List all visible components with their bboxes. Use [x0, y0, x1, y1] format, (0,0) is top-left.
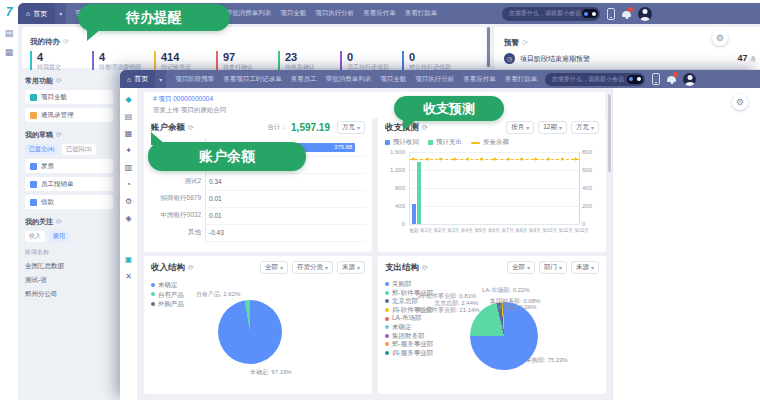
nav-item[interactable]: 项目执行分析: [315, 9, 354, 18]
nav-home-dropdown[interactable]: ▾: [155, 70, 166, 88]
alert-label: 项目阶段结束逾期预警: [520, 54, 590, 64]
nav-home-dropdown[interactable]: ▾: [55, 3, 66, 24]
calendar-icon[interactable]: ▣: [125, 255, 133, 264]
refresh-icon[interactable]: ⟳: [63, 38, 69, 45]
legend-item[interactable]: 四-服务事业部: [385, 349, 433, 358]
source-dropdown[interactable]: 来源▾: [571, 261, 599, 274]
legend-item[interactable]: 资金余额: [471, 138, 509, 147]
stat-item[interactable]: 0对公待归还借款: [402, 51, 464, 72]
sidebar-item-project-overview[interactable]: 项目全貌: [25, 90, 113, 104]
nav-item[interactable]: 查看应付单: [363, 9, 396, 18]
gear-icon[interactable]: ⚙: [125, 197, 132, 206]
alert-count: 47 条: [737, 53, 756, 64]
refresh-icon[interactable]: ⟳: [56, 77, 62, 84]
refresh-icon[interactable]: ⟳: [56, 218, 62, 225]
refresh-icon[interactable]: ⟳: [422, 264, 428, 271]
gear-icon[interactable]: ⚙: [732, 94, 748, 110]
star-icon[interactable]: ✦: [125, 146, 132, 155]
legend-item[interactable]: LA-市场部: [385, 314, 433, 323]
draft-item[interactable]: 员工报销单: [25, 177, 113, 191]
modules-icon[interactable]: ▤: [125, 112, 133, 121]
refresh-icon[interactable]: ⟳: [422, 124, 428, 131]
gear-icon[interactable]: ⚙: [712, 30, 728, 46]
scope-dropdown[interactable]: 全部▾: [507, 261, 535, 274]
search-input[interactable]: 您需要什么，请跟薪小会说: [502, 7, 600, 21]
nav-item[interactable]: 项目阶段预警: [175, 75, 214, 84]
report-icon[interactable]: ▥: [125, 163, 133, 172]
tab-submitted[interactable]: 已提交(4): [25, 144, 58, 155]
draft-item[interactable]: 发票: [25, 159, 113, 173]
range-dropdown[interactable]: 12期▾: [538, 121, 567, 134]
avatar[interactable]: [683, 73, 696, 86]
legend-item[interactable]: 预计收回: [385, 138, 419, 147]
balance-row: 其他-0.43: [151, 224, 365, 241]
tab-income[interactable]: 收入: [25, 231, 45, 242]
stat-item[interactable]: 4待整理消费明细: [92, 51, 154, 72]
department-dropdown[interactable]: 部门▾: [539, 261, 567, 274]
search-input[interactable]: 您需要什么，请跟薪小会说: [545, 73, 645, 86]
close-icon[interactable]: ✕: [125, 272, 132, 281]
scrollbar[interactable]: [487, 27, 490, 67]
legend-item[interactable]: 郑-服务事业部: [385, 340, 433, 349]
clock-icon[interactable]: ◔: [126, 180, 131, 189]
nav-item[interactable]: 查看应付单: [463, 75, 496, 84]
nav-home[interactable]: ⌂首页: [120, 70, 155, 88]
assistant-toggle-icon[interactable]: [627, 75, 643, 84]
card-icon[interactable]: ▦: [5, 47, 14, 57]
legend-item[interactable]: 采购部: [385, 280, 433, 289]
globe-icon[interactable]: ◈: [125, 214, 131, 223]
follow-row[interactable]: 全国汇总数据: [25, 262, 113, 271]
mobile-icon[interactable]: [652, 73, 660, 85]
stat-item[interactable]: 414待记账凭证: [154, 51, 216, 72]
avatar[interactable]: [638, 7, 652, 21]
folder-icon[interactable]: ▤: [5, 28, 14, 38]
legend-item[interactable]: 未确定: [385, 323, 433, 332]
stat-item[interactable]: 4待我提交: [30, 51, 92, 72]
tab-rejected[interactable]: 已驳回(3): [62, 144, 95, 155]
legend-item[interactable]: 未确定: [151, 280, 184, 290]
bell-icon[interactable]: [667, 74, 676, 84]
nav-item[interactable]: 审批消费单列表: [226, 9, 272, 18]
nav-item[interactable]: 项目全貌: [380, 75, 406, 84]
income-pie[interactable]: [218, 300, 282, 364]
legend-item[interactable]: 集团财务部: [385, 332, 433, 341]
nav-item[interactable]: 查看打款单: [505, 75, 538, 84]
stat-item[interactable]: 0员工待归还借款: [340, 51, 402, 72]
draft-item[interactable]: 借款: [25, 195, 113, 209]
nav-item[interactable]: 项目全貌: [280, 9, 306, 18]
nav-item[interactable]: 项目执行分析: [415, 75, 454, 84]
refresh-icon[interactable]: ⟳: [188, 124, 194, 131]
period-dropdown[interactable]: 按月▾: [506, 121, 534, 134]
scope-dropdown[interactable]: 全部▾: [260, 261, 288, 274]
legend-item[interactable]: 外购产品: [151, 299, 184, 309]
grid-icon[interactable]: ▦: [125, 129, 133, 138]
refresh-icon[interactable]: ⟳: [522, 39, 528, 46]
stat-item[interactable]: 23待收款确认: [278, 51, 340, 72]
legend-item[interactable]: 自有产品: [151, 290, 184, 300]
sidebar-item-contacts[interactable]: 通讯录管理: [25, 108, 113, 122]
refresh-icon[interactable]: ⟳: [56, 131, 62, 138]
project-link[interactable]: # 项目 00000000004: [153, 95, 596, 104]
unit-dropdown[interactable]: 万元▾: [571, 121, 599, 134]
assistant-toggle-icon[interactable]: [582, 9, 598, 18]
refresh-icon[interactable]: ⟳: [188, 264, 194, 271]
nav-item[interactable]: 查看打款单: [405, 9, 438, 18]
nav-home[interactable]: ⌂首页: [18, 3, 55, 24]
scrollbar[interactable]: [608, 94, 611, 172]
app-logo-icon[interactable]: 7: [6, 5, 13, 19]
alert-row[interactable]: ◷ 项目阶段结束逾期预警 47 条: [504, 53, 760, 64]
follow-row[interactable]: 测试-张: [25, 276, 113, 285]
bell-icon[interactable]: [622, 9, 631, 19]
mobile-icon[interactable]: [607, 8, 615, 20]
nav-item[interactable]: 查看项目工时记录单: [223, 75, 282, 84]
source-dropdown[interactable]: 来源▾: [337, 261, 365, 274]
legend-item[interactable]: 预计支出: [428, 138, 462, 147]
tab-expense[interactable]: 费用: [49, 231, 69, 242]
stat-item[interactable]: 97待支付确认: [216, 51, 278, 72]
category-dropdown[interactable]: 存货分类▾: [292, 261, 333, 274]
diamond-icon[interactable]: ◆: [125, 95, 131, 104]
nav-item[interactable]: 查看员工: [291, 75, 317, 84]
nav-item[interactable]: 审批消费单列表: [326, 75, 372, 84]
follow-row[interactable]: 郑州分公司: [25, 290, 113, 299]
unit-dropdown[interactable]: 万元▾: [337, 121, 365, 134]
